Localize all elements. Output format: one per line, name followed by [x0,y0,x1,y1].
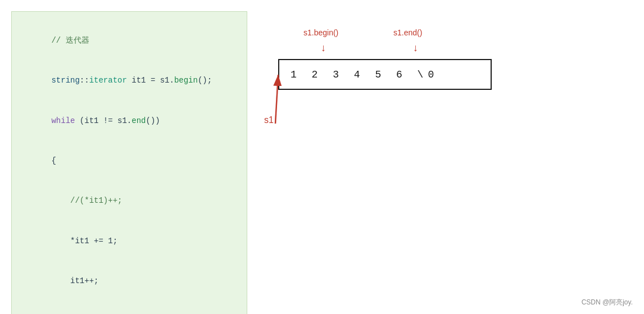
arrow-begin-icon: ↓ [320,43,326,54]
code-line-2: while (it1 != s1.end()) [23,101,235,141]
label-begin: s1.begin() [303,28,338,37]
code-line-4-comment: //(*it1)++; [23,181,235,221]
label-s1: s1 [264,115,274,125]
code-line-5: it1++; [23,261,235,301]
code-line-1: string::iterator it1 = s1.begin(); [23,61,235,101]
watermark: CSDN @阿亮joy. [582,298,633,307]
label-end: s1.end() [393,28,422,37]
array-content: 1 2 3 4 5 6 \0 [291,69,438,80]
code-line-3: { [23,141,235,181]
code-comment-iterator: // 迭代器 [23,21,235,61]
arrow-end-icon: ↓ [412,43,419,54]
array-box: 1 2 3 4 5 6 \0 [278,59,492,90]
code-line-6: } [23,302,235,314]
code-line-4: *it1 += 1; [23,221,235,261]
code-panel: // 迭代器 string::iterator it1 = s1.begin()… [11,11,247,314]
diagram-area: s1.begin() s1.end() ↓ ↓ 1 2 3 4 5 6 \0 s… [270,17,633,298]
